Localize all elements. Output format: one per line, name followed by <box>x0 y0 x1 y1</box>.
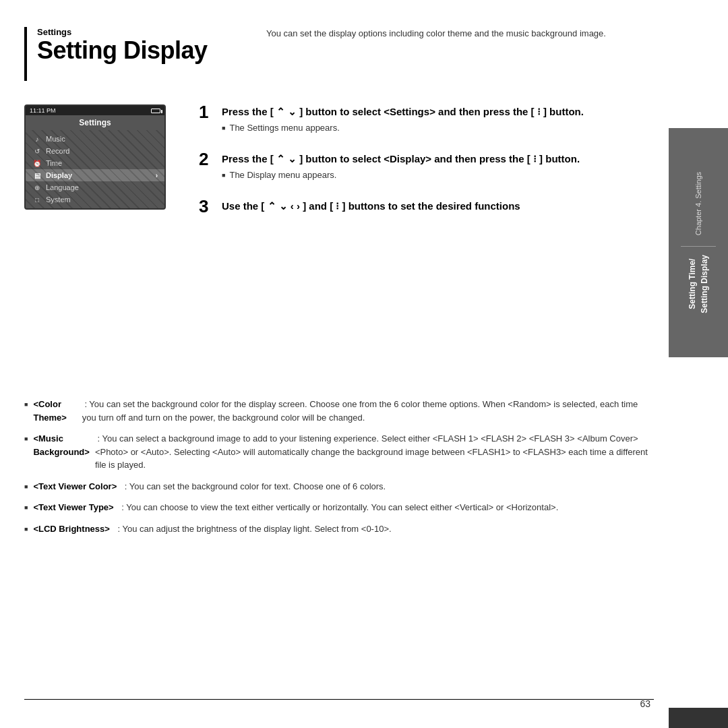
step-2-number: 2 <box>199 150 214 180</box>
menu-label-display: Display <box>46 171 72 179</box>
page-number: 63 <box>640 698 650 709</box>
device-status-bar: 11:11 PM <box>26 106 164 115</box>
bullet-lcd-brightness: <LCD Brightness> : You can adjust the br… <box>24 522 654 536</box>
device-time: 11:11 PM <box>30 107 56 114</box>
menu-label-language: Language <box>46 183 79 191</box>
header: Settings Setting Display You can set the… <box>37 27 661 63</box>
menu-label-record: Record <box>46 147 69 155</box>
menu-item-time: ⏰ Time <box>26 157 164 169</box>
page-title: Setting Display <box>37 38 661 63</box>
right-sidebar-tab: Chapter 4. Settings Setting Time/Setting… <box>669 128 728 357</box>
horizontal-rule <box>24 699 654 700</box>
left-vertical-bar <box>24 27 27 81</box>
display-icon: ▤ <box>32 172 42 179</box>
bullet-text-viewer-type-label: <Text Viewer Type> <box>33 501 113 514</box>
step-1-title: Press the [ ⌃ ⌄ ] button to select <Sett… <box>222 104 584 119</box>
step-3: 3 Use the [ ⌃ ⌄ ‹ › ] and [ ⁝ ] buttons … <box>199 199 654 217</box>
record-icon: ↺ <box>32 148 42 155</box>
menu-item-system: □ System <box>26 193 164 206</box>
device-screenshot: 11:11 PM Settings ♪ Music ↺ Record ⏰ Tim… <box>24 104 179 210</box>
bullet-text-viewer-type: <Text Viewer Type> : You can choose to v… <box>24 501 654 514</box>
step-1-note: The Settings menu appears. <box>222 123 584 133</box>
system-icon: □ <box>32 196 42 204</box>
bullet-section: <Color Theme> : You can set the backgrou… <box>24 398 654 543</box>
header-description: You can set the display options includin… <box>266 27 661 40</box>
step-3-title: Use the [ ⌃ ⌄ ‹ › ] and [ ⁝ ] buttons to… <box>222 199 520 213</box>
menu-item-display: ▤ Display › <box>26 169 164 181</box>
display-arrow: › <box>156 172 158 179</box>
step-2-title: Press the [ ⌃ ⌄ ] button to select <Disp… <box>222 152 580 166</box>
step-1-content: Press the [ ⌃ ⌄ ] button to select <Sett… <box>222 104 584 133</box>
menu-item-music: ♪ Music <box>26 133 164 145</box>
time-icon: ⏰ <box>32 160 42 167</box>
step-1: 1 Press the [ ⌃ ⌄ ] button to select <Se… <box>199 104 654 133</box>
menu-label-system: System <box>46 195 71 204</box>
sidebar-section-label: Setting Time/Setting Display <box>686 255 710 313</box>
bullet-text-viewer-color: <Text Viewer Color> : You can set the ba… <box>24 480 654 493</box>
music-icon: ♪ <box>32 135 42 143</box>
main-content: 1 Press the [ ⌃ ⌄ ] button to select <Se… <box>199 104 654 236</box>
sidebar-chapter-label: Chapter 4. Settings <box>693 172 704 235</box>
menu-label-time: Time <box>46 159 62 167</box>
bullet-music-background-label: <Music Background> <box>33 432 89 458</box>
step-2: 2 Press the [ ⌃ ⌄ ] button to select <Di… <box>199 152 654 180</box>
menu-label-music: Music <box>46 135 65 143</box>
step-2-note: The Display menu appears. <box>222 170 580 180</box>
device-menu: ♪ Music ↺ Record ⏰ Time ▤ Display › ⊕ La… <box>26 130 164 208</box>
bullet-color-theme-label: <Color Theme> <box>33 398 76 424</box>
menu-item-language: ⊕ Language <box>26 181 164 193</box>
bullet-lcd-brightness-label: <LCD Brightness> <box>33 522 109 536</box>
bullet-text-viewer-color-label: <Text Viewer Color> <box>33 480 117 493</box>
battery-icon <box>151 109 160 113</box>
step-1-number: 1 <box>199 103 214 133</box>
bottom-right-bar <box>669 708 728 728</box>
step-3-content: Use the [ ⌃ ⌄ ‹ › ] and [ ⁝ ] buttons to… <box>222 199 520 217</box>
step-3-number: 3 <box>199 198 214 217</box>
step-2-content: Press the [ ⌃ ⌄ ] button to select <Disp… <box>222 152 580 180</box>
device-title: Settings <box>26 115 164 130</box>
menu-item-record: ↺ Record <box>26 145 164 157</box>
device-screen: 11:11 PM Settings ♪ Music ↺ Record ⏰ Tim… <box>24 104 166 210</box>
language-icon: ⊕ <box>32 184 42 191</box>
bullet-music-background: <Music Background> : You can select a ba… <box>24 432 654 472</box>
bullet-color-theme: <Color Theme> : You can set the backgrou… <box>24 398 654 424</box>
